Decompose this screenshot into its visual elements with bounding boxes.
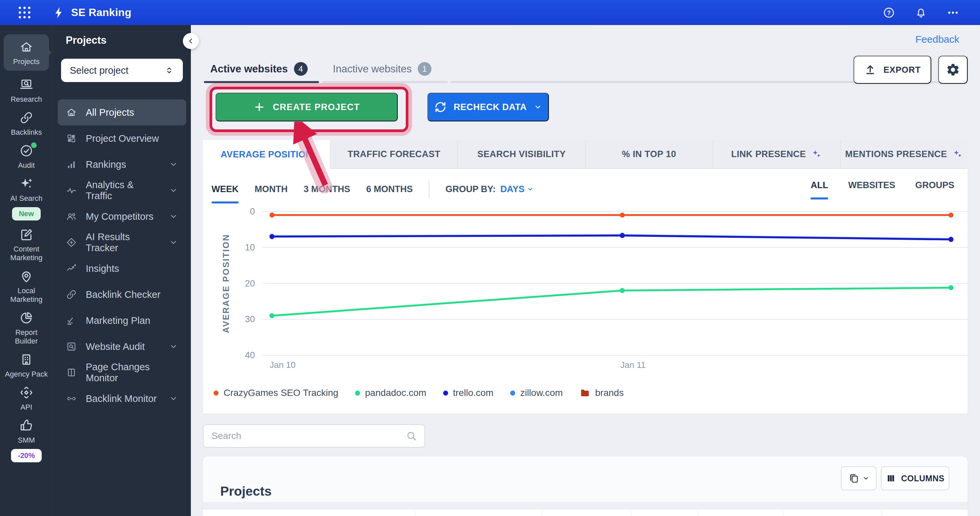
sidebar-item-backlink-checker[interactable]: Backlink Checker	[58, 281, 186, 308]
sidebar-item-my-competitors[interactable]: My Competitors	[58, 203, 186, 230]
sidebar-item-label: All Projects	[86, 107, 134, 118]
copy-icon	[848, 473, 859, 484]
feedback-link[interactable]: Feedback	[915, 34, 959, 45]
brand-logo[interactable]: SE Ranking	[52, 6, 132, 19]
metric-tab-average-position[interactable]: AVERAGE POSITION	[203, 140, 330, 169]
sidebar-item-website-audit[interactable]: Website Audit	[58, 333, 186, 360]
table-header-cell[interactable]	[203, 510, 414, 516]
rail-item-smm[interactable]: SMM-20%	[4, 418, 49, 462]
tab-inactive-websites[interactable]: Inactive websites 1	[333, 62, 431, 76]
svg-text:AVERAGE POSITION: AVERAGE POSITION	[221, 234, 231, 333]
table-gap-band	[203, 502, 968, 510]
create-project-label: CREATE PROJECT	[273, 102, 360, 113]
legend-item-crazygames-seo-tracking[interactable]: CrazyGames SEO Tracking	[213, 387, 338, 398]
table-header-cell[interactable]	[699, 510, 782, 516]
range-tab-week[interactable]: WEEK	[212, 184, 239, 194]
rail-item-ai-search[interactable]: AI SearchNew	[4, 176, 49, 221]
group-by-value[interactable]: DAYS	[501, 184, 534, 194]
help-icon[interactable]: ?	[883, 6, 895, 19]
legend-dot	[510, 391, 515, 395]
rail-item-api[interactable]: API	[4, 385, 49, 411]
sidebar-item-marketing-plan[interactable]: Marketing Plan	[58, 308, 186, 333]
scope-tab-all[interactable]: ALL	[810, 180, 828, 191]
content-marketing-icon	[19, 227, 34, 242]
range-tab-6-months[interactable]: 6 MONTHS	[366, 184, 413, 194]
rail-item-audit[interactable]: Audit	[4, 143, 49, 170]
scope-tab-websites[interactable]: WEBSITES	[848, 180, 895, 191]
scope-tabs: ALLWEBSITESGROUPS	[810, 180, 954, 191]
rail-item-report-builder[interactable]: Report Builder	[4, 311, 49, 346]
sidebar-item-page-changes-monitor[interactable]: Page Changes Monitor	[58, 360, 186, 386]
range-tab-month[interactable]: MONTH	[255, 184, 288, 194]
sidebar-item-label: AI Results Tracker	[86, 232, 160, 254]
copy-view-button[interactable]	[841, 466, 877, 490]
export-button[interactable]: EXPORT	[854, 56, 931, 84]
sidebar-item-rankings[interactable]: Rankings	[58, 151, 186, 178]
local-marketing-icon	[19, 269, 34, 284]
notifications-bell-icon[interactable]	[915, 6, 927, 19]
divider	[429, 180, 430, 198]
chevron-down-icon	[169, 342, 178, 351]
scope-tab-groups[interactable]: GROUPS	[915, 180, 954, 191]
columns-button[interactable]: COLUMNS	[881, 466, 949, 490]
rail-item-label: Local Marketing	[4, 286, 49, 304]
metric-tab-label: LINK PRESENCE	[731, 149, 806, 159]
table-header-cell[interactable]	[784, 510, 881, 516]
sidebar-item-insights[interactable]: Insights	[58, 256, 186, 281]
group-by-control[interactable]: GROUP BY:DAYS	[445, 184, 534, 194]
rail-badge: New	[12, 207, 40, 221]
legend-item-pandadoc-com[interactable]: pandadoc.com	[355, 387, 426, 398]
rail-item-research[interactable]: Research	[4, 78, 49, 104]
sidebar: Projects Select project All ProjectsProj…	[53, 25, 191, 516]
sidebar-item-project-overview[interactable]: Project Overview	[58, 125, 186, 151]
metric-tab-link-presence[interactable]: LINK PRESENCE	[713, 140, 840, 169]
metric-tab-label: AVERAGE POSITION	[221, 149, 312, 160]
project-select[interactable]: Select project	[61, 59, 183, 82]
metric-tab-traffic-forecast[interactable]: TRAFFIC FORECAST	[330, 140, 457, 169]
sidebar-item-label: Backlink Monitor	[86, 393, 157, 404]
sidebar-title: Projects	[66, 34, 191, 46]
svg-text:10: 10	[245, 243, 255, 252]
metric-tab-mentions-presence[interactable]: MENTIONS PRESENCE	[840, 140, 968, 169]
legend-item-zillow-com[interactable]: zillow.com	[510, 387, 563, 398]
recheck-data-button[interactable]: RECHECK DATA	[428, 93, 549, 121]
rail-item-projects[interactable]: Projects	[4, 34, 49, 71]
rail-item-agency-pack[interactable]: Agency Pack	[4, 352, 49, 379]
legend-dot	[213, 391, 218, 395]
sidebar-item-analytics-traffic[interactable]: Analytics & Traffic	[58, 178, 186, 203]
home-icon	[66, 107, 77, 118]
sidebar-item-backlink-monitor[interactable]: Backlink Monitor	[58, 386, 186, 411]
tab-active-websites[interactable]: Active websites 4	[210, 62, 308, 76]
bolt-icon	[52, 6, 66, 19]
legend-item-brands[interactable]: brands	[579, 387, 624, 398]
more-menu-icon[interactable]	[947, 6, 959, 19]
sidebar-item-ai-results-tracker[interactable]: AI Results Tracker	[58, 230, 186, 256]
table-header-cell[interactable]	[543, 510, 630, 516]
website-audit-icon	[66, 341, 77, 352]
sidebar-menu: All ProjectsProject OverviewRankingsAnal…	[58, 99, 186, 411]
report-builder-icon	[19, 311, 34, 325]
recheck-data-label: RECHECK DATA	[453, 102, 527, 113]
apps-grid-icon[interactable]	[19, 7, 30, 18]
settings-button[interactable]	[938, 56, 968, 84]
range-tab-3-months[interactable]: 3 MONTHS	[304, 184, 350, 194]
svg-text:Jan 11: Jan 11	[620, 360, 646, 370]
table-header-cell[interactable]	[632, 510, 697, 516]
legend-item-trello-com[interactable]: trello.com	[443, 387, 493, 398]
projects-search	[203, 424, 425, 448]
search-input[interactable]	[211, 430, 406, 441]
rail-item-local-marketing[interactable]: Local Marketing	[4, 269, 49, 304]
create-project-button[interactable]: CREATE PROJECT	[216, 93, 398, 121]
sidebar-item-all-projects[interactable]: All Projects	[58, 99, 186, 125]
topbar-actions: ?	[883, 6, 959, 19]
table-header-cell[interactable]	[416, 510, 541, 516]
rail-badge: -20%	[11, 449, 41, 462]
sidebar-collapse-button[interactable]	[183, 33, 199, 49]
metric-tab-search-visibility[interactable]: SEARCH VISIBILITY	[457, 140, 585, 169]
ai-search-icon	[19, 176, 34, 191]
legend-dot	[355, 391, 360, 395]
metric-tab-in-top-10[interactable]: % IN TOP 10	[585, 140, 713, 169]
rail-item-backlinks[interactable]: Backlinks	[4, 110, 49, 137]
rail-item-content-marketing[interactable]: Content Marketing	[4, 227, 49, 262]
table-header-cell[interactable]	[883, 510, 968, 516]
